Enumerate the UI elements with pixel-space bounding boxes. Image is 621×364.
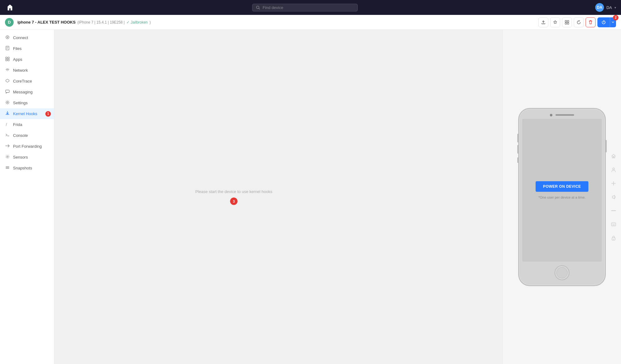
power-icon [601, 20, 606, 25]
svg-line-2 [259, 8, 260, 9]
delete-button[interactable] [586, 17, 596, 27]
keyboard-icon[interactable] [610, 221, 617, 228]
network-label: Network [13, 68, 28, 73]
settings-icon [5, 100, 10, 106]
svg-rect-9 [6, 46, 9, 50]
user-label: DA [606, 5, 612, 10]
header-actions: 2 [538, 17, 616, 27]
power-on-device-button[interactable]: POWER ON DEVICE [536, 181, 588, 192]
snapshots-label: Snapshots [13, 166, 32, 170]
phone-mockup: POWER ON DEVICE *One user per device at … [519, 108, 605, 286]
sidebar-item-snapshots[interactable]: Snapshots [0, 163, 54, 173]
phone-screen: POWER ON DEVICE *One user per device at … [522, 119, 602, 262]
power-button[interactable] [597, 17, 610, 27]
frida-label: Frida [13, 122, 22, 127]
apps-icon [5, 57, 10, 62]
sidebar-item-connect[interactable]: Connect [0, 32, 54, 43]
power-group: 2 [597, 17, 616, 27]
svg-text:f: f [6, 122, 7, 126]
home-button[interactable] [555, 265, 569, 280]
topbar-right: DA DA ▾ [595, 3, 616, 12]
port-forwarding-label: Port Forwarding [13, 144, 42, 149]
sidebar-item-messaging[interactable]: Messaging [0, 87, 54, 97]
trash-icon [588, 20, 593, 25]
header-bar: D iphone 7 - ALEX TEST HOOKS (iPhone 7 |… [0, 15, 621, 30]
grid-button[interactable] [562, 17, 572, 27]
svg-marker-28 [612, 195, 614, 199]
device-details: (iPhone 7 | 15.4.1 | 19E258 | [77, 20, 125, 25]
sidebar-item-apps[interactable]: Apps [0, 54, 54, 65]
volume-up-btn [517, 134, 519, 142]
star-icon [553, 20, 557, 25]
volume-down-icon[interactable] [610, 207, 617, 214]
sidebar-item-port-forwarding[interactable]: Port Forwarding [0, 141, 54, 152]
svg-rect-4 [567, 20, 569, 22]
sidebar-item-network[interactable]: Network [0, 65, 54, 76]
power-badge: 2 [613, 15, 619, 20]
sensors-icon [5, 155, 10, 160]
content-message: Please start the device to use kernel ho… [195, 189, 272, 205]
volume-down-btn [517, 145, 519, 154]
phone-panel: POWER ON DEVICE *One user per device at … [503, 30, 621, 364]
front-camera [550, 114, 552, 116]
search-bar [19, 4, 592, 11]
svg-rect-6 [567, 23, 569, 24]
lock-icon[interactable] [610, 234, 617, 242]
user-chevron-icon[interactable]: ▾ [614, 6, 616, 9]
phone-body: POWER ON DEVICE *One user per device at … [519, 108, 605, 286]
search-input[interactable] [263, 5, 354, 10]
sidebar-item-settings[interactable]: Settings [0, 97, 54, 108]
files-icon [5, 46, 10, 51]
home-button-inner [556, 267, 568, 278]
svg-point-36 [613, 239, 614, 239]
sensors-label: Sensors [13, 155, 28, 160]
svg-rect-3 [565, 20, 567, 22]
main-layout: ConnectFilesAppsNetworkCoreTraceMessagin… [0, 30, 621, 364]
user-avatar: DA [595, 3, 604, 12]
grid-icon [565, 20, 569, 25]
jailbroken-badge: ✓ Jailbroken [126, 20, 147, 25]
sidebar-item-sensors[interactable]: Sensors [0, 152, 54, 163]
messaging-label: Messaging [13, 90, 33, 94]
sidebar-item-coretrace[interactable]: CoreTrace [0, 76, 54, 87]
snapshots-icon [5, 165, 10, 171]
search-icon [256, 6, 260, 10]
coretrace-label: CoreTrace [13, 79, 32, 83]
svg-rect-5 [565, 23, 567, 24]
svg-point-20 [7, 156, 8, 157]
plus-icon[interactable] [610, 180, 617, 187]
kernel-hooks-icon [5, 111, 10, 116]
settings-label: Settings [13, 101, 28, 105]
svg-point-25 [613, 168, 614, 170]
svg-rect-15 [8, 59, 9, 61]
kernel-hooks-label: Kernel Hooks [13, 111, 37, 116]
files-label: Files [13, 46, 21, 51]
svg-point-8 [7, 37, 8, 38]
svg-marker-16 [6, 79, 9, 82]
console-icon [5, 133, 10, 138]
step-3-badge: 3 [230, 197, 238, 205]
sidebar-item-files[interactable]: Files [0, 43, 54, 54]
person-icon[interactable] [610, 166, 617, 173]
sidebar-item-frida[interactable]: fFrida [0, 119, 54, 130]
apps-label: Apps [13, 57, 22, 62]
svg-rect-0 [9, 8, 11, 10]
volume-up-icon[interactable] [610, 193, 617, 201]
home-icon[interactable] [610, 152, 617, 160]
svg-rect-14 [6, 59, 7, 61]
sidebar-item-kernel-hooks[interactable]: Kernel Hooks1 [0, 108, 54, 119]
search-wrapper[interactable] [252, 4, 358, 11]
coretrace-icon [5, 79, 10, 84]
svg-rect-30 [611, 223, 616, 226]
refresh-button[interactable] [574, 17, 584, 27]
chevron-down-icon [612, 21, 614, 24]
one-user-note: *One user per device at a time. [538, 195, 586, 199]
topbar: DA DA ▾ [0, 0, 621, 15]
console-label: Console [13, 133, 28, 138]
sidebar-item-console[interactable]: Console [0, 130, 54, 141]
export-button[interactable] [538, 17, 548, 27]
app-logo [5, 2, 15, 12]
star-button[interactable] [550, 17, 560, 27]
connect-icon [5, 35, 10, 40]
kernel-hooks-message: Please start the device to use kernel ho… [195, 189, 272, 194]
